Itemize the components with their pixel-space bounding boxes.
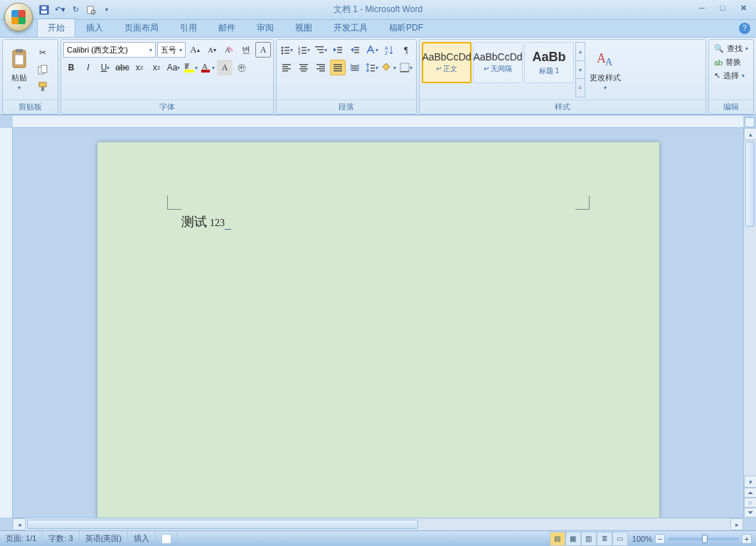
distributed-icon[interactable] xyxy=(347,60,363,75)
view-draft-icon[interactable]: ▭ xyxy=(612,532,628,546)
ruler-toggle-icon[interactable] xyxy=(745,117,755,127)
change-case-button[interactable]: Aa▾ xyxy=(166,60,181,75)
tab-references[interactable]: 引用 xyxy=(169,18,208,37)
paste-button[interactable]: 粘贴 ▾ xyxy=(5,42,33,97)
cut-icon[interactable]: ✂ xyxy=(35,45,50,60)
font-size-combo[interactable]: 五号▾ xyxy=(157,42,186,58)
view-print-layout-icon[interactable]: ▤ xyxy=(550,532,565,546)
tab-view[interactable]: 视图 xyxy=(284,18,323,37)
scroll-left-icon[interactable]: ◂ xyxy=(13,518,26,530)
select-browse-icon[interactable]: ○ xyxy=(744,498,756,508)
show-marks-icon[interactable]: ¶ xyxy=(398,42,414,58)
status-macro[interactable] xyxy=(156,531,178,546)
view-full-screen-icon[interactable]: ▦ xyxy=(565,532,581,546)
align-center-icon[interactable] xyxy=(296,60,312,75)
italic-button[interactable]: I xyxy=(80,60,96,75)
scroll-thumb-v[interactable] xyxy=(745,141,755,227)
zoom-thumb[interactable] xyxy=(702,535,708,543)
zoom-slider[interactable] xyxy=(668,537,739,540)
status-insert-mode[interactable]: 插入 xyxy=(128,531,156,546)
grow-font-icon[interactable]: A▴ xyxy=(187,42,203,58)
justify-icon[interactable] xyxy=(330,60,346,75)
style-scroll-up-icon[interactable]: ▴ xyxy=(576,43,585,61)
shrink-font-icon[interactable]: A▾ xyxy=(204,42,220,58)
font-name-combo[interactable]: Calibri (西文正文)▾ xyxy=(63,42,156,58)
style-heading1[interactable]: AaBb 标题 1 xyxy=(524,42,574,83)
zoom-level[interactable]: 100% xyxy=(632,535,652,543)
scroll-up-icon[interactable]: ▴ xyxy=(744,128,756,140)
tab-developer[interactable]: 开发工具 xyxy=(323,18,378,37)
numbering-button[interactable]: 123▾ xyxy=(296,42,312,58)
style-expand-icon[interactable]: ≡ xyxy=(576,79,585,97)
replace-button[interactable]: ab替换 xyxy=(711,55,751,69)
asian-layout-icon[interactable]: ▾ xyxy=(364,42,380,58)
style-normal[interactable]: AaBbCcDd ↵ 正文 xyxy=(422,42,472,83)
tab-review[interactable]: 审阅 xyxy=(246,18,284,37)
highlight-button[interactable]: ▾ xyxy=(183,60,198,75)
find-button[interactable]: 🔍查找 ▾ xyxy=(711,42,751,55)
print-preview-icon[interactable] xyxy=(84,3,98,17)
phonetic-guide-icon[interactable]: 변 xyxy=(238,42,254,58)
align-left-icon[interactable] xyxy=(279,60,294,75)
multilevel-list-button[interactable]: ▾ xyxy=(313,42,329,58)
scroll-thumb-h[interactable] xyxy=(27,520,418,529)
scroll-down-icon[interactable]: ▾ xyxy=(744,476,756,488)
increase-indent-icon[interactable] xyxy=(347,42,363,58)
document-text[interactable]: 测试 123 xyxy=(181,213,232,230)
enclose-characters-icon[interactable]: ㊥ xyxy=(234,60,250,75)
vertical-scrollbar[interactable]: ▴ ▾ ⏶ ○ ⏷ xyxy=(743,128,756,518)
character-border-icon[interactable]: A xyxy=(255,42,271,58)
font-color-button[interactable]: A▾ xyxy=(200,60,215,75)
vertical-ruler[interactable] xyxy=(0,128,13,518)
tab-insert[interactable]: 插入 xyxy=(75,18,114,37)
subscript-button[interactable]: x2 xyxy=(132,60,147,75)
document-page[interactable]: 测试 123 xyxy=(97,142,659,518)
character-shading-icon[interactable]: A xyxy=(217,60,233,75)
align-right-icon[interactable] xyxy=(313,60,329,75)
next-page-icon[interactable]: ⏷ xyxy=(744,508,756,518)
tab-mailings[interactable]: 邮件 xyxy=(208,18,246,37)
zoom-out-button[interactable]: − xyxy=(655,534,665,544)
save-icon[interactable] xyxy=(37,3,51,17)
format-painter-icon[interactable] xyxy=(35,79,50,95)
qat-customize-icon[interactable]: ▾ xyxy=(100,3,114,17)
redo-icon[interactable]: ↻ xyxy=(68,3,82,17)
bold-button[interactable]: B xyxy=(63,60,79,75)
bullets-button[interactable]: ▾ xyxy=(279,42,294,58)
decrease-indent-icon[interactable] xyxy=(330,42,346,58)
line-spacing-icon[interactable]: ▾ xyxy=(364,60,380,75)
style-no-spacing[interactable]: AaBbCcDd ↵ 无间隔 xyxy=(473,42,523,83)
horizontal-ruler[interactable] xyxy=(13,116,743,128)
change-styles-button[interactable]: AA 更改样式 ▾ xyxy=(587,42,624,97)
tab-home[interactable]: 开始 xyxy=(37,18,75,37)
help-icon[interactable]: ? xyxy=(739,23,750,34)
zoom-in-button[interactable]: + xyxy=(742,534,752,544)
status-language[interactable]: 英语(美国) xyxy=(80,531,128,546)
copy-icon[interactable] xyxy=(35,62,50,77)
scroll-track-v[interactable] xyxy=(744,140,756,476)
tab-foxit-pdf[interactable]: 福昕PDF xyxy=(378,18,434,37)
clear-formatting-icon[interactable]: A xyxy=(221,42,237,58)
borders-icon[interactable]: ▾ xyxy=(398,60,414,75)
prev-page-icon[interactable]: ⏶ xyxy=(744,488,756,498)
view-outline-icon[interactable]: ≣ xyxy=(597,532,612,546)
select-button[interactable]: ↖选择 ▾ xyxy=(711,69,751,82)
office-button[interactable] xyxy=(4,3,33,31)
horizontal-scrollbar[interactable]: ◂ ▸ xyxy=(13,518,743,530)
maximize-button[interactable]: □ xyxy=(713,1,733,14)
status-page[interactable]: 页面: 1/1 xyxy=(0,531,43,546)
minimize-button[interactable]: ─ xyxy=(692,1,712,14)
underline-button[interactable]: U ▾ xyxy=(97,60,113,75)
shading-icon[interactable]: ▾ xyxy=(381,60,397,75)
tab-layout[interactable]: 页面布局 xyxy=(114,18,169,37)
status-words[interactable]: 字数: 3 xyxy=(43,531,79,546)
style-scroll-down-icon[interactable]: ▾ xyxy=(576,61,585,80)
scroll-track-h[interactable] xyxy=(26,518,730,530)
undo-icon[interactable]: ↶▾ xyxy=(53,3,67,17)
view-web-layout-icon[interactable]: ▥ xyxy=(581,532,597,546)
scroll-right-icon[interactable]: ▸ xyxy=(730,518,743,530)
sort-icon[interactable]: AZ xyxy=(381,42,397,58)
strikethrough-button[interactable]: abc xyxy=(115,60,130,75)
superscript-button[interactable]: x2 xyxy=(149,60,164,75)
close-button[interactable]: ✕ xyxy=(733,1,753,14)
